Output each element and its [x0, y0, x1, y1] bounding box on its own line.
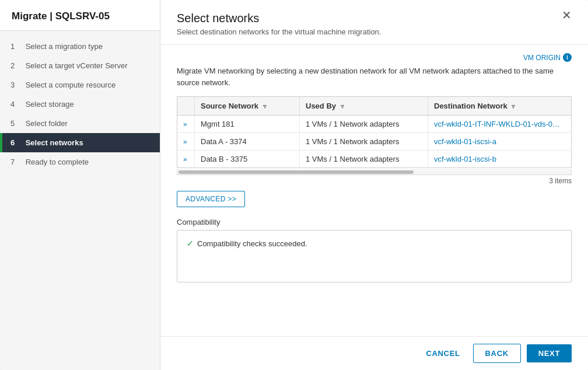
dest-value-1[interactable]: vcf-wkld-01-iscsi-a [434, 137, 562, 146]
source-cell-2: Data B - 3375 [195, 151, 300, 168]
info-icon[interactable]: i [563, 53, 572, 62]
vm-origin-row: VM ORIGIN i [177, 53, 572, 62]
filter-icon-usedby[interactable]: ▿ [341, 103, 344, 110]
items-count: 3 items [177, 177, 572, 185]
compat-success-text: Compatibility checks succeeded. [197, 239, 307, 248]
compatibility-box: ✓ Compatibility checks succeeded. [177, 230, 572, 282]
usedby-cell-0: 1 VMs / 1 Network adapters [300, 116, 428, 133]
col-header-source[interactable]: Source Network ▿ [195, 97, 300, 116]
usedby-cell-1: 1 VMs / 1 Network adapters [300, 133, 428, 151]
col-header-usedby[interactable]: Used By ▿ [300, 97, 428, 116]
sidebar-step-5[interactable]: 5 Select folder [0, 114, 160, 133]
compatibility-label: Compatibility [177, 218, 572, 226]
source-cell-1: Data A - 3374 [195, 133, 300, 151]
back-button[interactable]: BACK [473, 344, 521, 363]
sidebar: Migrate | SQLSRV-05 1 Select a migration… [0, 0, 160, 370]
advanced-button[interactable]: ADVANCED >> [177, 191, 245, 207]
compat-success: ✓ Compatibility checks succeeded. [187, 239, 562, 248]
scrollbar-thumb[interactable] [178, 170, 414, 174]
sidebar-step-7[interactable]: 7 Ready to complete [0, 152, 160, 172]
description: Migrate VM networking by selecting a new… [177, 65, 572, 88]
horizontal-scrollbar[interactable] [177, 169, 572, 175]
sidebar-steps: 1 Select a migration type2 Select a targ… [0, 31, 160, 370]
expand-cell-2[interactable]: » [177, 151, 195, 168]
sidebar-step-1[interactable]: 1 Select a migration type [0, 37, 160, 56]
main-header: ✕ Select networks Select destination net… [160, 0, 588, 45]
dest-cell-1[interactable]: vcf-wkld-01-iscsi-a [428, 133, 572, 151]
sidebar-step-3[interactable]: 3 Select a compute resource [0, 75, 160, 95]
sidebar-step-2[interactable]: 2 Select a target vCenter Server [0, 56, 160, 75]
expand-arrows-1[interactable]: » [183, 138, 187, 146]
expand-cell-0[interactable]: » [177, 116, 195, 133]
expand-arrows-2[interactable]: » [183, 155, 187, 163]
expand-cell-1[interactable]: » [177, 133, 195, 151]
usedby-cell-2: 1 VMs / 1 Network adapters [300, 151, 428, 168]
dest-value-2[interactable]: vcf-wkld-01-iscsi-b [434, 155, 562, 163]
main-subtitle: Select destination networks for the virt… [177, 27, 572, 36]
main-content: ✕ Select networks Select destination net… [160, 0, 588, 370]
main-title: Select networks [177, 12, 572, 25]
vm-origin-link[interactable]: VM ORIGIN [523, 54, 561, 62]
sidebar-title: Migrate | SQLSRV-05 [0, 0, 160, 31]
migrate-dialog: Migrate | SQLSRV-05 1 Select a migration… [0, 0, 588, 370]
table-row[interactable]: » Data A - 3374 1 VMs / 1 Network adapte… [177, 133, 572, 151]
dest-cell-2[interactable]: vcf-wkld-01-iscsi-b [428, 151, 572, 168]
sidebar-step-6[interactable]: 6 Select networks [0, 133, 160, 152]
col-header-destination[interactable]: Destination Network ▿ [428, 97, 572, 116]
dest-cell-0[interactable]: vcf-wkld-01-IT-INF-WKLD-01-vds-01-p [428, 116, 572, 133]
network-table: Source Network ▿ Used By ▿ Destination N… [177, 96, 572, 168]
col-header-expand [177, 97, 195, 116]
main-footer: CANCEL BACK NEXT [160, 336, 588, 370]
dest-value-0[interactable]: vcf-wkld-01-IT-INF-WKLD-01-vds-01-p [434, 120, 562, 128]
table-row[interactable]: » Mgmt 181 1 VMs / 1 Network adapters vc… [177, 116, 572, 133]
check-icon: ✓ [187, 239, 194, 248]
cancel-button[interactable]: CANCEL [419, 344, 467, 362]
main-body: VM ORIGIN i Migrate VM networking by sel… [160, 45, 588, 336]
sidebar-step-4[interactable]: 4 Select storage [0, 95, 160, 114]
expand-arrows-0[interactable]: » [183, 120, 187, 128]
close-button[interactable]: ✕ [562, 9, 572, 21]
next-button[interactable]: NEXT [527, 344, 572, 362]
source-cell-0: Mgmt 181 [195, 116, 300, 133]
filter-icon-dest[interactable]: ▿ [512, 103, 515, 110]
compatibility-section: Compatibility ✓ Compatibility checks suc… [177, 218, 572, 282]
filter-icon-source[interactable]: ▿ [263, 103, 267, 110]
table-row[interactable]: » Data B - 3375 1 VMs / 1 Network adapte… [177, 151, 572, 168]
